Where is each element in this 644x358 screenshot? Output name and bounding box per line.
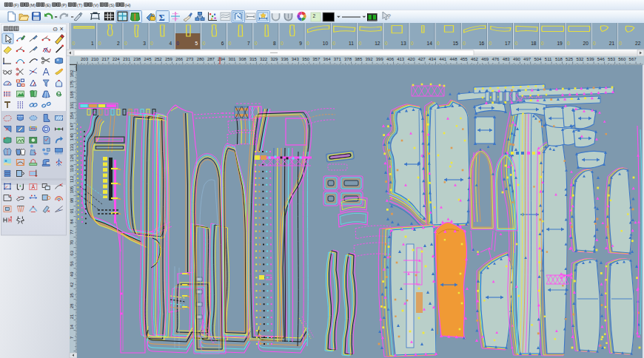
svg-text:0: 0 [124,41,127,46]
svg-text:476: 476 [492,57,500,61]
svg-text:448: 448 [449,57,457,61]
svg-text:20: 20 [583,41,589,46]
svg-text:539: 539 [587,57,595,61]
svg-text:6: 6 [221,41,224,46]
svg-text:2: 2 [313,13,316,18]
svg-text:0: 0 [385,41,388,46]
svg-text:0: 0 [489,41,492,46]
svg-text:3: 3 [143,41,146,46]
svg-text:168: 168 [70,90,74,98]
svg-text:0: 0 [437,41,440,46]
svg-text:441: 441 [439,57,447,61]
svg-text:17: 17 [505,41,511,46]
svg-text:14: 14 [427,41,433,46]
svg-text:427: 427 [418,57,426,61]
svg-text:0: 0 [150,41,153,46]
svg-text:8: 8 [273,41,276,46]
svg-text:203: 203 [81,57,89,61]
svg-text:(S): (S) [109,3,115,7]
svg-text:553: 553 [608,57,616,61]
svg-text:0: 0 [411,41,414,46]
svg-text:5: 5 [195,41,198,46]
svg-text:434: 434 [429,57,437,61]
svg-text:7: 7 [247,41,250,46]
svg-text:371: 371 [334,57,342,61]
svg-text:35: 35 [70,292,74,297]
svg-text:259: 259 [165,57,173,61]
svg-text:12: 12 [375,41,380,46]
svg-text:63: 63 [70,250,74,255]
svg-text:567: 567 [629,57,637,61]
svg-text:511: 511 [545,57,552,61]
svg-text:301: 301 [228,57,236,61]
svg-text:504: 504 [534,57,542,61]
svg-text:420: 420 [407,57,415,61]
svg-text:455: 455 [460,57,469,61]
svg-text:56: 56 [70,261,74,266]
svg-text:469: 469 [481,57,489,61]
svg-text:2: 2 [117,41,120,46]
svg-text:238: 238 [133,57,141,61]
svg-text:11: 11 [349,41,354,46]
svg-text:0: 0 [98,41,101,46]
svg-text:364: 364 [323,57,332,61]
svg-text:392: 392 [365,57,373,61]
svg-text:378: 378 [344,57,352,61]
svg-text:77: 77 [70,229,74,234]
svg-text:105: 105 [70,186,74,194]
svg-text:413: 413 [397,57,405,61]
svg-text:245: 245 [144,57,152,61]
svg-text:357: 357 [312,57,321,61]
svg-text:(V): (V) [93,3,99,7]
svg-text:217: 217 [101,57,110,61]
svg-text:19: 19 [557,41,563,46]
svg-text:13: 13 [400,41,406,46]
svg-text:10: 10 [323,41,329,46]
svg-text:336: 336 [281,57,289,61]
svg-text:1: 1 [91,41,94,46]
svg-text:483: 483 [503,57,511,61]
svg-text:(H): (H) [125,3,131,7]
svg-text:16: 16 [479,41,485,46]
svg-text:252: 252 [155,57,163,61]
svg-text:0: 0 [567,41,570,46]
svg-text:(E): (E) [45,3,51,7]
svg-text:4: 4 [169,41,172,46]
svg-text:(T): (T) [77,3,82,7]
svg-text:28: 28 [70,303,74,308]
svg-text:532: 532 [576,57,584,61]
svg-text:147: 147 [70,122,74,130]
svg-text:112: 112 [70,175,74,183]
svg-text:210: 210 [91,57,99,61]
svg-text:49: 49 [70,271,74,277]
svg-text:(P): (P) [61,3,67,7]
svg-text:18: 18 [531,41,537,46]
svg-text:406: 406 [386,57,395,61]
svg-text:231: 231 [123,57,131,61]
svg-text:560: 560 [618,57,626,61]
svg-text:21: 21 [609,41,615,46]
svg-text:350: 350 [302,57,310,61]
svg-text:0: 0 [229,41,232,46]
svg-text:308: 308 [239,57,247,61]
svg-text:84: 84 [70,218,74,223]
svg-text:0: 0 [359,41,362,46]
svg-text:287: 287 [207,57,215,61]
svg-text:497: 497 [523,57,531,61]
svg-text:546: 546 [597,57,606,61]
svg-text:0: 0 [332,41,335,46]
svg-text:0: 0 [306,41,309,46]
svg-text:525: 525 [566,57,574,61]
svg-text:98: 98 [70,197,74,203]
svg-text:329: 329 [270,57,278,61]
svg-text:0: 0 [255,41,258,46]
svg-text:0: 0 [515,41,518,46]
svg-text:322: 322 [260,57,268,61]
svg-text:266: 266 [175,57,184,61]
svg-text:15: 15 [453,41,459,46]
svg-text:0: 0 [541,41,544,46]
svg-text:462: 462 [471,57,479,61]
svg-text:21: 21 [70,314,74,319]
svg-text:0: 0 [281,41,284,46]
svg-text:385: 385 [355,57,363,61]
